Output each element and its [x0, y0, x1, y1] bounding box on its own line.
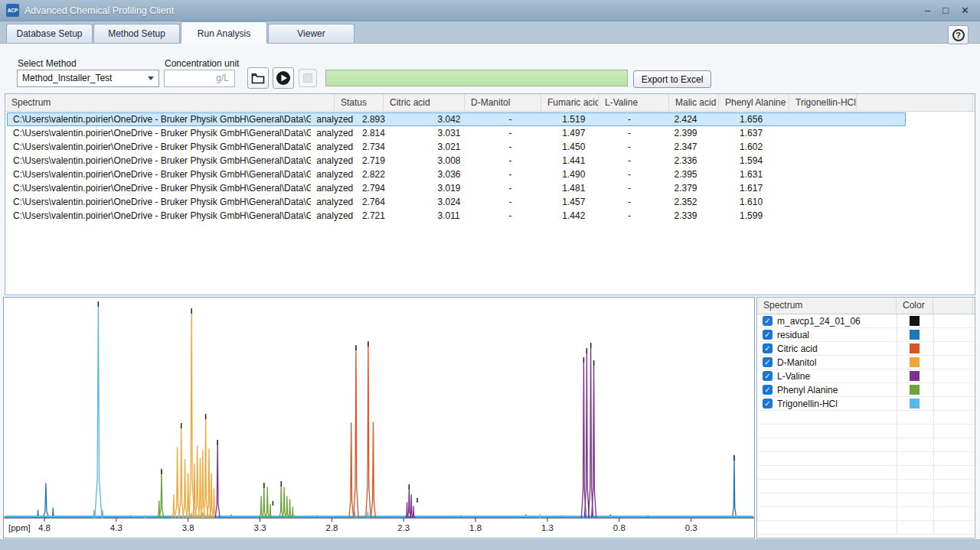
column-header-trigonellin-hcl[interactable]: Trigonellin-HCl — [789, 94, 857, 112]
window-controls: – □ ✕ — [925, 0, 969, 21]
open-folder-button[interactable] — [247, 67, 269, 89]
table-cell: - — [622, 127, 669, 139]
table-cell: 1.594 — [734, 155, 797, 167]
progress-bar-fill — [326, 70, 627, 86]
peak — [195, 446, 200, 518]
close-icon[interactable]: ✕ — [961, 0, 969, 21]
column-divider — [897, 466, 897, 479]
checkbox-checked-icon[interactable]: ✓ — [763, 385, 773, 395]
peak — [349, 423, 354, 518]
column-divider — [933, 493, 934, 506]
table-cell: 2.347 — [669, 141, 735, 153]
table-cell: 3.024 — [432, 196, 503, 208]
column-divider — [933, 411, 934, 424]
x-axis-tick-label: 2.3 — [397, 523, 410, 532]
column-header-phenyl-alanine[interactable]: Phenyl Alanine — [719, 94, 789, 112]
export-to-excel-button[interactable]: Export to Excel — [633, 70, 711, 88]
table-cell: - — [503, 155, 557, 167]
table-row[interactable]: C:\Users\valentin.poirier\OneDrive - Bru… — [7, 209, 906, 223]
legend-empty-row — [757, 411, 975, 425]
stop-button[interactable] — [299, 69, 317, 87]
spectrum-chart[interactable]: 4.84.33.83.32.82.31.81.30.80.3[ppm] — [4, 298, 754, 538]
checkbox-checked-icon[interactable]: ✓ — [763, 399, 773, 408]
table-cell: 2.424 — [669, 113, 735, 125]
table-row[interactable]: C:\Users\valentin.poirier\OneDrive - Bru… — [7, 154, 906, 168]
table-cell: 2.893 — [357, 113, 433, 125]
peak — [262, 484, 266, 518]
table-row[interactable]: C:\Users\valentin.poirier\OneDrive - Bru… — [7, 140, 906, 154]
maximize-icon[interactable]: □ — [942, 0, 949, 21]
legend-row[interactable]: ✓Citric acid — [757, 342, 975, 356]
table-cell — [797, 196, 905, 208]
table-cell: 1.442 — [557, 210, 622, 222]
checkbox-checked-icon[interactable]: ✓ — [763, 330, 773, 340]
checkbox-checked-icon[interactable]: ✓ — [763, 371, 773, 381]
column-header-malic-acid[interactable]: Malic acid — [669, 94, 719, 112]
table-row[interactable]: C:\Users\valentin.poirier\OneDrive - Bru… — [7, 126, 906, 140]
table-cell: analyzed — [311, 182, 357, 194]
color-swatch — [910, 316, 920, 326]
tab-database-setup[interactable]: Database Setup — [6, 24, 93, 43]
legend-row[interactable]: ✓residual — [757, 328, 975, 342]
spectrum-chart-panel[interactable]: 4.84.33.83.32.82.31.81.30.80.3[ppm] — [3, 297, 755, 539]
run-analysis-button[interactable] — [273, 67, 294, 89]
column-header-l-valine[interactable]: L-Valine — [599, 94, 669, 112]
column-header-status[interactable]: Status — [335, 94, 384, 112]
table-cell: 1.481 — [557, 182, 622, 194]
checkbox-checked-icon[interactable]: ✓ — [763, 357, 773, 367]
table-cell: C:\Users\valentin.poirier\OneDrive - Bru… — [8, 141, 311, 153]
table-row[interactable]: C:\Users\valentin.poirier\OneDrive - Bru… — [7, 181, 906, 195]
table-cell: - — [503, 141, 557, 153]
column-header-d-manitol[interactable]: D-Manitol — [465, 94, 541, 112]
table-cell: C:\Users\valentin.poirier\OneDrive - Bru… — [8, 210, 311, 222]
checkbox-checked-icon[interactable]: ✓ — [763, 316, 773, 326]
concentration-unit-input[interactable]: g/L — [164, 70, 235, 87]
column-divider — [897, 438, 897, 451]
legend-row[interactable]: ✓L-Valine — [757, 369, 975, 383]
legend-row[interactable]: ✓m_avcp1_24_01_06 — [757, 314, 975, 328]
x-axis-tick-label: 1.8 — [469, 523, 482, 532]
column-divider — [897, 369, 897, 382]
table-row[interactable]: C:\Users\valentin.poirier\OneDrive - Bru… — [7, 195, 906, 209]
legend-column-header-color[interactable]: Color — [897, 298, 933, 315]
legend-row[interactable]: ✓D-Manitol — [757, 356, 975, 369]
legend-row[interactable]: ✓Phenyl Alanine — [757, 383, 975, 397]
column-divider — [933, 314, 934, 327]
select-method-label: Select Method — [18, 58, 77, 69]
column-divider — [933, 466, 934, 479]
table-cell — [797, 155, 905, 167]
minimize-icon[interactable]: – — [925, 0, 930, 21]
series-trigonellin-hcl — [5, 301, 753, 518]
x-axis-tick-label: 0.8 — [613, 523, 626, 532]
tab-viewer[interactable]: Viewer — [268, 24, 354, 43]
peak — [95, 303, 102, 518]
table-cell: 3.031 — [432, 127, 503, 139]
tab-run-analysis[interactable]: Run Analysis — [181, 21, 267, 44]
legend-empty-row — [757, 438, 975, 452]
color-swatch — [910, 357, 920, 367]
peak — [291, 507, 294, 518]
checkbox-checked-icon[interactable]: ✓ — [763, 343, 773, 353]
column-divider — [897, 328, 897, 341]
table-cell: 2.352 — [669, 196, 735, 208]
table-cell: - — [503, 168, 557, 181]
tab-method-setup[interactable]: Method Setup — [93, 24, 180, 43]
table-cell: analyzed — [311, 141, 357, 153]
legend-empty-row — [757, 493, 975, 507]
column-header-blank[interactable] — [857, 94, 973, 112]
legend-column-header-spectrum[interactable]: Spectrum — [757, 298, 897, 315]
column-divider — [933, 342, 934, 355]
column-header-fumaric-acid[interactable]: Fumaric acid — [541, 94, 599, 112]
legend-row[interactable]: ✓Trigonellin-HCl — [757, 397, 975, 411]
help-button[interactable]: ? — [948, 25, 969, 44]
column-header-spectrum[interactable]: Spectrum — [5, 94, 335, 112]
column-header-citric-acid[interactable]: Citric acid — [384, 94, 465, 112]
peak — [215, 441, 220, 518]
legend-column-header-blank[interactable] — [933, 298, 973, 315]
table-row[interactable]: C:\Users\valentin.poirier\OneDrive - Bru… — [7, 112, 906, 126]
column-divider — [897, 342, 897, 355]
table-row[interactable]: C:\Users\valentin.poirier\OneDrive - Bru… — [7, 168, 906, 181]
method-combobox[interactable]: Method_Installer_Test — [17, 70, 159, 87]
column-divider — [933, 452, 934, 465]
peak — [354, 347, 358, 518]
